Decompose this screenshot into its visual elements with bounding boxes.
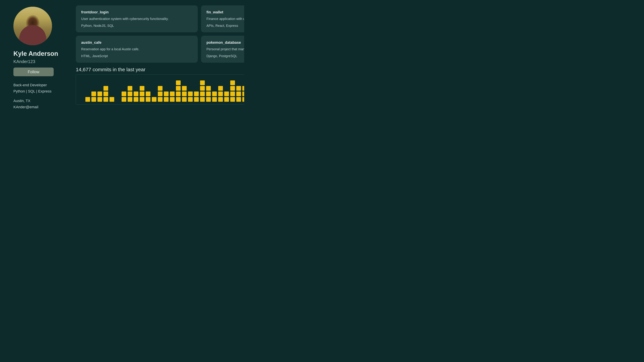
commit-column [212, 80, 217, 102]
commit-column [206, 80, 211, 102]
commit-cell [230, 97, 235, 102]
repo-desc: Personal project that manages Pokemon da… [206, 47, 244, 51]
commits-title: 14,677 commits in the last year [76, 67, 244, 72]
commit-cell [218, 91, 223, 96]
commit-cell [170, 91, 174, 96]
commit-column [116, 80, 120, 102]
commit-cell [182, 97, 187, 102]
bio-skills: Python | SQL | Express [14, 88, 64, 94]
commit-cell [104, 86, 108, 91]
commit-cell [146, 80, 150, 85]
commit-cell [164, 80, 168, 85]
avatar [14, 7, 52, 45]
commit-cell [188, 80, 193, 85]
commit-cell [218, 80, 223, 85]
commit-column [92, 80, 96, 102]
commit-column [200, 80, 205, 102]
commit-column [122, 80, 126, 102]
repo-card[interactable]: austin_cafe Reservation app for a local … [76, 36, 198, 63]
commit-cell [79, 86, 84, 91]
username: KAnder123 [14, 59, 64, 64]
commit-column [170, 80, 174, 102]
commit-column [218, 80, 223, 102]
commit-cell [104, 91, 108, 96]
commit-cell [182, 91, 187, 96]
commit-cell [128, 91, 132, 96]
commit-cell [85, 97, 90, 102]
commit-cell [92, 80, 96, 85]
commit-cell [164, 91, 168, 96]
commit-cell [128, 80, 132, 85]
repo-card[interactable]: fin_wallet Finance application with user… [201, 5, 244, 32]
commit-cell [79, 91, 84, 96]
commit-cell [116, 91, 120, 96]
repo-name: frontdoor_login [81, 10, 192, 14]
commit-cell [206, 86, 211, 91]
commit-cell [236, 91, 241, 96]
commit-cell [110, 80, 114, 85]
commit-cell [200, 80, 205, 85]
commit-cell [230, 80, 235, 85]
commit-cell [92, 91, 96, 96]
commit-cell [140, 97, 144, 102]
commit-cell [146, 86, 150, 91]
commit-column [242, 80, 244, 102]
commit-cell [116, 80, 120, 85]
commit-column [85, 80, 90, 102]
commit-cell [242, 91, 244, 96]
follow-button[interactable]: Follow [14, 67, 54, 76]
commit-cell [110, 86, 114, 91]
repo-desc: Finance application with user-friendly e… [206, 16, 244, 21]
commit-cell [194, 86, 199, 91]
commit-cell [98, 80, 102, 85]
commit-column [164, 80, 168, 102]
repo-grid: frontdoor_login User authentication syst… [76, 5, 244, 63]
commit-column [236, 80, 241, 102]
commit-column [110, 80, 114, 102]
commits-graph [76, 74, 244, 105]
commit-column [98, 80, 102, 102]
commit-cell [170, 80, 174, 85]
commit-cell [104, 97, 108, 102]
repo-card[interactable]: frontdoor_login User authentication syst… [76, 5, 198, 32]
bio-location-email: Austin, TX KAnder@email [14, 98, 64, 110]
commit-cell [128, 86, 132, 91]
commit-cell [236, 80, 241, 85]
commit-column [134, 80, 138, 102]
commit-cell [194, 97, 199, 102]
repo-card[interactable]: pokemon_database Personal project that m… [201, 36, 244, 63]
commit-cell [158, 97, 162, 102]
commit-cell [200, 97, 205, 102]
commit-cell [146, 91, 150, 96]
commit-cell [146, 97, 150, 102]
commit-cell [170, 86, 174, 91]
commit-cell [212, 80, 217, 85]
commit-cell [176, 86, 180, 91]
commit-column [152, 80, 156, 102]
commit-column [128, 80, 132, 102]
commit-cell [230, 91, 235, 96]
commit-cell [206, 80, 211, 85]
user-name: Kyle Anderson [14, 50, 64, 58]
commit-cell [176, 80, 180, 85]
commit-cell [85, 80, 90, 85]
commit-cell [242, 80, 244, 85]
commit-cell [104, 80, 108, 85]
bio-role: Back-end Developer [14, 82, 64, 88]
bio-email: KAnder@email [14, 104, 64, 110]
commit-cell [224, 91, 229, 96]
commit-cell [236, 86, 241, 91]
commit-cell [152, 86, 156, 91]
commit-cell [122, 86, 126, 91]
commit-cell [212, 91, 217, 96]
repo-desc: User authentication system with cybersec… [81, 16, 192, 21]
bio-location: Austin, TX [14, 98, 64, 104]
commit-cell [79, 97, 84, 102]
commit-cell [236, 97, 241, 102]
commit-cell [85, 86, 90, 91]
repo-tech: HTML, JavaScript [81, 54, 192, 58]
commit-column [79, 80, 84, 102]
repo-name: pokemon_database [206, 40, 244, 45]
commit-cell [85, 91, 90, 96]
commit-cell [176, 97, 180, 102]
